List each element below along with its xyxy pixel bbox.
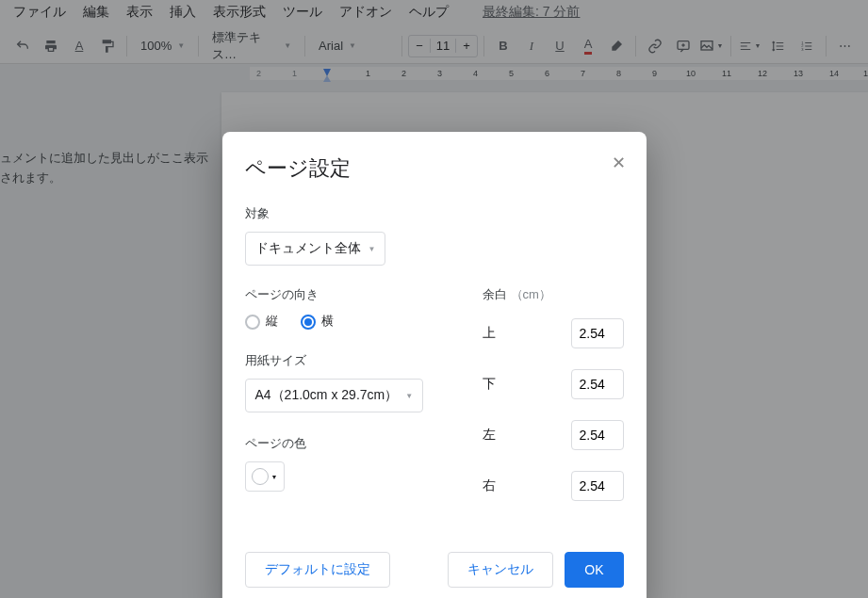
page-setup-dialog: ページ設定 ✕ 対象 ドキュメント全体 ▼ ページの向き 縦 横 用紙サイズ A… [222, 132, 647, 598]
set-default-button[interactable]: デフォルトに設定 [245, 552, 390, 588]
margin-top-label: 上 [483, 325, 496, 342]
margin-left-label: 左 [483, 427, 496, 444]
paper-size-label: 用紙サイズ [245, 352, 445, 369]
paper-size-value: A4（21.0cm x 29.7cm） [255, 387, 399, 404]
radio-checked-icon [301, 315, 316, 330]
margin-bottom-label: 下 [483, 376, 496, 393]
margin-top-input[interactable] [571, 318, 624, 348]
paper-size-select[interactable]: A4（21.0cm x 29.7cm） ▼ [245, 379, 424, 412]
apply-to-value: ドキュメント全体 [255, 240, 361, 257]
margin-right-label: 右 [483, 477, 496, 494]
dialog-title: ページ設定 [245, 154, 624, 183]
ok-button[interactable]: OK [565, 552, 623, 588]
orientation-portrait[interactable]: 縦 [245, 313, 278, 330]
orientation-portrait-label: 縦 [266, 314, 278, 328]
apply-to-label: 対象 [245, 205, 624, 222]
chevron-down-icon: ▼ [368, 245, 376, 253]
orientation-landscape-label: 横 [321, 314, 334, 328]
radio-icon [245, 315, 260, 330]
chevron-down-icon: ▼ [405, 392, 413, 400]
cancel-button[interactable]: キャンセル [448, 552, 553, 588]
orientation-landscape[interactable]: 横 [301, 313, 334, 330]
margin-left-input[interactable] [571, 420, 624, 450]
close-icon[interactable]: ✕ [612, 153, 626, 173]
modal-backdrop: ページ設定 ✕ 対象 ドキュメント全体 ▼ ページの向き 縦 横 用紙サイズ A… [0, 0, 868, 598]
margin-bottom-input[interactable] [571, 369, 624, 399]
apply-to-select[interactable]: ドキュメント全体 ▼ [245, 232, 386, 266]
chevron-down-icon: ▼ [271, 474, 278, 480]
page-color-picker[interactable]: ▼ [245, 461, 285, 492]
white-swatch-icon [252, 468, 269, 485]
margins-label: 余白（cm） [483, 286, 624, 303]
orientation-label: ページの向き [245, 286, 445, 303]
margin-right-input[interactable] [571, 471, 624, 501]
page-color-label: ページの色 [245, 435, 445, 452]
